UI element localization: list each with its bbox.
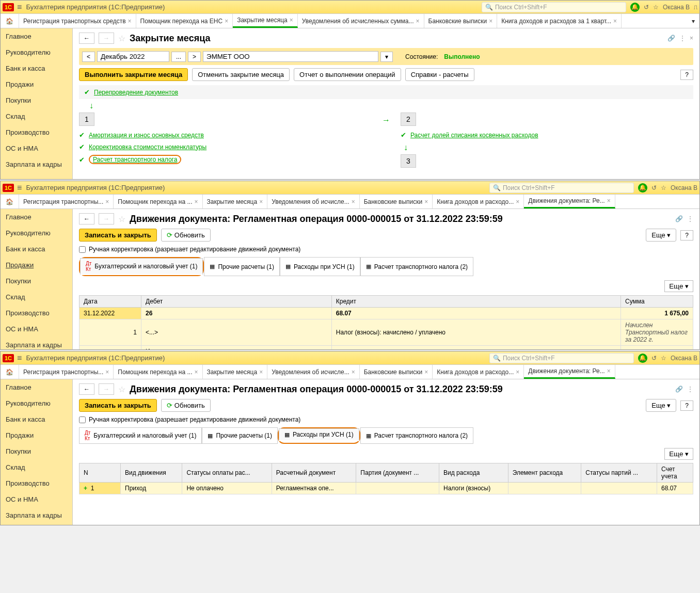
cell-element[interactable] (508, 483, 581, 494)
more-button[interactable]: Еще ▾ (646, 229, 676, 242)
col-header[interactable]: Статусы партий ... (581, 463, 657, 483)
sidebar-item[interactable]: Главное (1, 379, 72, 395)
col-header[interactable]: Кредит (331, 296, 621, 308)
tab-active[interactable]: Закрытие месяца× (233, 14, 298, 28)
cancel-button[interactable]: Отменить закрытие месяца (192, 68, 290, 81)
col-header[interactable]: Дебет (141, 296, 332, 308)
cell-detail2[interactable]: Имущественные налоги (141, 346, 332, 350)
favorite-icon[interactable]: ☆ (118, 34, 125, 43)
home-tab[interactable]: 🏠 (1, 365, 19, 379)
close-icon[interactable]: × (128, 18, 132, 25)
cell-sum[interactable]: 1 675,00 (621, 308, 693, 319)
col-header[interactable]: Дата (79, 296, 141, 308)
close-icon[interactable]: × (259, 368, 263, 376)
sidebar-item[interactable]: Руководителю (1, 225, 72, 241)
close-icon[interactable]: × (352, 198, 355, 205)
tab[interactable]: Книга доходов и расходо...× (433, 365, 524, 379)
favorite-icon[interactable]: ☆ (118, 384, 125, 394)
forward-button[interactable]: → (99, 383, 114, 395)
tab[interactable]: Помощник перехода на ...× (114, 195, 202, 209)
cell-party-status[interactable] (581, 483, 657, 494)
tab-active[interactable]: Движения документа: Ре...× (524, 365, 615, 379)
sidebar-item[interactable]: Производство (1, 124, 72, 140)
search-input[interactable]: 🔍 Поиск Ctrl+Shift+F (482, 2, 626, 12)
period-picker-button[interactable]: ... (171, 52, 186, 62)
help-button[interactable]: ? (680, 400, 693, 411)
close-icon[interactable]: × (613, 18, 617, 25)
back-button[interactable]: ← (79, 213, 94, 225)
close-icon[interactable]: × (416, 18, 420, 25)
sidebar-item[interactable]: Руководителю (1, 44, 72, 60)
cell-rownum[interactable]: 1 (79, 319, 141, 346)
close-icon[interactable]: × (489, 18, 492, 25)
tab[interactable]: Уведомления об исчисленных сумма...× (298, 14, 424, 28)
subtab-accounting[interactable]: ДтКтБухгалтерский и налоговый учет (1) (80, 258, 203, 275)
op-link-highlighted[interactable]: Расчет транспортного налога (93, 156, 177, 163)
refs-button[interactable]: Справки - расчеты (405, 68, 474, 81)
close-icon[interactable]: × (290, 17, 293, 24)
back-button[interactable]: ← (79, 383, 94, 395)
cell-date[interactable]: 31.12.2022 (79, 308, 141, 319)
prev-period-button[interactable]: < (82, 52, 95, 62)
sidebar-item[interactable]: Зарплата и кадры (1, 337, 72, 350)
cell-status[interactable]: Не оплачено (182, 483, 272, 494)
period-input[interactable] (97, 51, 169, 62)
help-button[interactable]: ? (680, 70, 693, 80)
cell-account[interactable]: 68.07 (657, 483, 693, 494)
org-input[interactable] (203, 51, 378, 62)
refresh-button[interactable]: ⟳Обновить (161, 229, 211, 242)
close-icon[interactable]: × (225, 18, 228, 25)
menu-icon[interactable]: ≡ (17, 3, 22, 12)
star-icon[interactable]: ☆ (653, 4, 659, 11)
bell-icon[interactable]: 🔔 (638, 183, 647, 193)
subtab[interactable]: ▦Прочие расчеты (1) (202, 427, 278, 444)
subtab[interactable]: ▦Расходы при УСН (1) (280, 257, 360, 276)
help-button[interactable]: ? (680, 230, 693, 241)
sidebar-item[interactable]: Продажи (1, 427, 72, 443)
tab[interactable]: Уведомления об исчисле...× (267, 365, 359, 379)
history-icon[interactable]: ↺ (651, 355, 657, 362)
sidebar-item[interactable]: ОС и НМА (1, 491, 72, 507)
link-icon[interactable]: 🔗 (675, 386, 683, 393)
menu-icon[interactable]: ≡ (17, 354, 22, 363)
close-icon[interactable]: × (424, 368, 428, 376)
col-header[interactable]: Статусы оплаты рас... (182, 463, 272, 483)
tab[interactable]: Помощник перехода на ЕНС× (136, 14, 233, 28)
sidebar-item[interactable]: Руководителю (1, 395, 72, 411)
sidebar-item[interactable]: ОС и НМА (1, 140, 72, 156)
sidebar-item[interactable]: Склад (1, 459, 72, 475)
cell-type[interactable]: Налоги (взносы) (439, 483, 508, 494)
subtab-usn[interactable]: ▦Расходы при УСН (1) (279, 428, 359, 441)
more-button[interactable]: Еще ▾ (664, 280, 693, 292)
tab[interactable]: Книга доходов и расходов за 1 кварт...× (497, 14, 622, 28)
cell-credit[interactable]: 68.07 (331, 308, 621, 319)
op-link[interactable]: Перепроведение документов (94, 89, 178, 96)
back-button[interactable]: ← (79, 33, 94, 44)
tab[interactable]: Регистрация транспортны...× (19, 195, 114, 209)
close-icon[interactable]: × (105, 198, 109, 205)
close-icon[interactable]: × (516, 368, 519, 376)
subtab[interactable]: ▦Расчет транспортного налога (2) (360, 257, 473, 276)
settings-icon[interactable]: ⎍ (694, 4, 697, 11)
cell-move[interactable]: Приход (121, 483, 182, 494)
op-link[interactable]: Корректировка стоимости номенклатуры (89, 143, 206, 151)
op-link[interactable]: Расчет долей списания косвенных расходов (410, 132, 538, 139)
close-icon[interactable]: × (195, 368, 198, 376)
tab[interactable]: Книга доходов и расходо...× (433, 195, 524, 209)
close-icon[interactable]: × (607, 197, 611, 204)
star-icon[interactable]: ☆ (661, 355, 666, 362)
tab[interactable]: Уведомления об исчисле...× (267, 195, 359, 209)
history-icon[interactable]: ↺ (644, 4, 649, 11)
col-header[interactable]: Расчетный документ (272, 463, 356, 483)
search-input[interactable]: 🔍Поиск Ctrl+Shift+F (489, 183, 634, 193)
close-icon[interactable]: × (607, 367, 611, 375)
subtab[interactable]: ▦Прочие расчеты (1) (204, 257, 280, 276)
favorite-icon[interactable]: ☆ (118, 214, 125, 224)
close-icon[interactable]: × (352, 368, 355, 376)
cell-party[interactable] (356, 483, 439, 494)
menu-dots-icon[interactable]: ⋮ (679, 35, 686, 42)
col-header[interactable]: Сумма (621, 296, 693, 308)
op-link[interactable]: Амортизация и износ основных средств (89, 132, 204, 139)
sidebar-item[interactable]: Продажи (1, 76, 72, 92)
execute-button[interactable]: Выполнить закрытие месяца (79, 68, 188, 81)
